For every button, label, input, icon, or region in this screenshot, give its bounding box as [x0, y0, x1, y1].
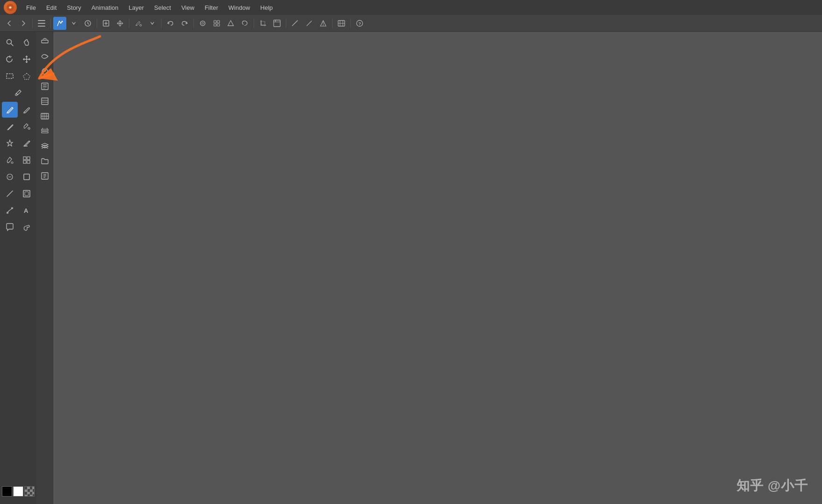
storyboard-button[interactable]	[335, 17, 348, 30]
svg-point-9	[200, 21, 205, 26]
bucket-tool[interactable]	[2, 152, 18, 168]
sep9	[332, 19, 333, 28]
tool-row-8	[2, 152, 35, 168]
menu-view[interactable]: View	[177, 2, 199, 13]
perspective-button[interactable]	[317, 17, 330, 30]
rotate-tool[interactable]	[2, 51, 18, 67]
menu-animation[interactable]: Animation	[87, 2, 123, 13]
fill-tool[interactable]	[19, 119, 35, 134]
menu-file[interactable]: File	[21, 2, 41, 13]
canvas-settings-button[interactable]	[270, 17, 283, 30]
tool-row-12	[2, 219, 35, 235]
menu-story[interactable]: Story	[62, 2, 85, 13]
pen-tool[interactable]	[2, 102, 18, 118]
transparent-color[interactable]	[24, 486, 35, 497]
svg-point-8	[140, 24, 142, 26]
color-swatches	[2, 486, 35, 497]
gradient-tool[interactable]	[2, 169, 18, 185]
hand-tool[interactable]	[19, 35, 35, 50]
svg-rect-33	[23, 161, 26, 163]
grab-tool[interactable]	[19, 219, 35, 235]
sub-warp[interactable]	[38, 49, 52, 63]
pencil-tool[interactable]	[2, 119, 18, 134]
main-layout: A	[0, 32, 822, 504]
vector-pen-tool[interactable]	[2, 203, 18, 218]
draw-mode-button[interactable]	[53, 17, 66, 30]
fill-button[interactable]	[132, 17, 145, 30]
brush-tool[interactable]	[19, 102, 35, 118]
svg-rect-13	[214, 24, 216, 26]
sub-folder[interactable]	[38, 154, 52, 168]
sub-layer-stack[interactable]	[38, 139, 52, 153]
tool-row-4	[10, 85, 26, 101]
sub-film[interactable]	[38, 109, 52, 123]
nav-prev-button[interactable]	[3, 17, 16, 30]
sub-adjust[interactable]	[38, 79, 52, 93]
svg-rect-50	[42, 98, 48, 105]
svg-rect-49	[43, 88, 45, 89]
sep2	[50, 19, 51, 28]
sub-transform[interactable]	[38, 35, 52, 49]
sep3	[97, 19, 97, 28]
svg-rect-4	[38, 26, 45, 27]
zoom-tool[interactable]	[2, 35, 18, 50]
reference-button[interactable]	[81, 17, 94, 30]
speech-bubble-tool[interactable]	[2, 219, 18, 235]
sub-correct[interactable]	[38, 94, 52, 108]
eraser-tool[interactable]	[19, 135, 35, 151]
transform-button[interactable]	[99, 17, 113, 30]
rect-selection-tool[interactable]	[2, 68, 18, 84]
sub-export[interactable]	[38, 169, 52, 183]
measure-button[interactable]	[289, 17, 302, 30]
tool-row-5	[2, 102, 35, 118]
tool-row-3	[2, 68, 35, 84]
menu-filter[interactable]: Filter	[200, 2, 223, 13]
sep7	[254, 19, 254, 28]
svg-line-25	[11, 44, 14, 46]
text-tool[interactable]: A	[19, 203, 35, 218]
frame-tool[interactable]	[19, 186, 35, 202]
grid-button[interactable]	[210, 17, 223, 30]
ruler-button[interactable]	[303, 17, 316, 30]
svg-rect-11	[214, 21, 216, 23]
eyedropper-tool[interactable]	[10, 85, 26, 101]
menu-select[interactable]: Select	[149, 2, 176, 13]
sub-liquify[interactable]	[38, 64, 52, 78]
svg-line-38	[7, 191, 13, 196]
sub-layer-group[interactable]	[38, 124, 52, 138]
menu-button[interactable]	[35, 17, 48, 30]
undo-button[interactable]	[164, 17, 177, 30]
sep8	[286, 19, 286, 28]
svg-text:A: A	[24, 207, 28, 214]
watermark: 知乎 @小千	[737, 477, 808, 495]
move-button[interactable]	[113, 17, 127, 30]
menu-layer[interactable]: Layer	[124, 2, 149, 13]
foreground-color[interactable]	[2, 486, 12, 497]
fill-dropdown[interactable]	[146, 17, 159, 30]
rect-tool[interactable]	[19, 169, 35, 185]
crop-button[interactable]	[256, 17, 269, 30]
mosaic-tool[interactable]	[19, 152, 35, 168]
redo-button[interactable]	[178, 17, 191, 30]
app-logo[interactable]	[4, 1, 17, 14]
help-button[interactable]: ?	[353, 17, 366, 30]
line-tool[interactable]	[2, 186, 18, 202]
star-tool[interactable]	[2, 135, 18, 151]
tool-row-6	[2, 119, 35, 134]
lasso-selection-tool[interactable]	[19, 68, 35, 84]
tool-row-9	[2, 169, 35, 185]
svg-rect-3	[38, 23, 45, 24]
svg-rect-16	[274, 20, 280, 27]
symmetry-button[interactable]	[196, 17, 209, 30]
background-color[interactable]	[13, 486, 23, 497]
move-tool[interactable]	[19, 51, 35, 67]
draw-mode-dropdown[interactable]	[67, 17, 80, 30]
menu-help[interactable]: Help	[255, 2, 277, 13]
svg-rect-39	[23, 190, 30, 197]
nav-next-button[interactable]	[17, 17, 30, 30]
shape-button[interactable]	[224, 17, 237, 30]
left-toolbar: A	[0, 32, 36, 504]
menu-window[interactable]: Window	[224, 2, 255, 13]
menu-edit[interactable]: Edit	[42, 2, 61, 13]
lasso-button[interactable]	[238, 17, 251, 30]
